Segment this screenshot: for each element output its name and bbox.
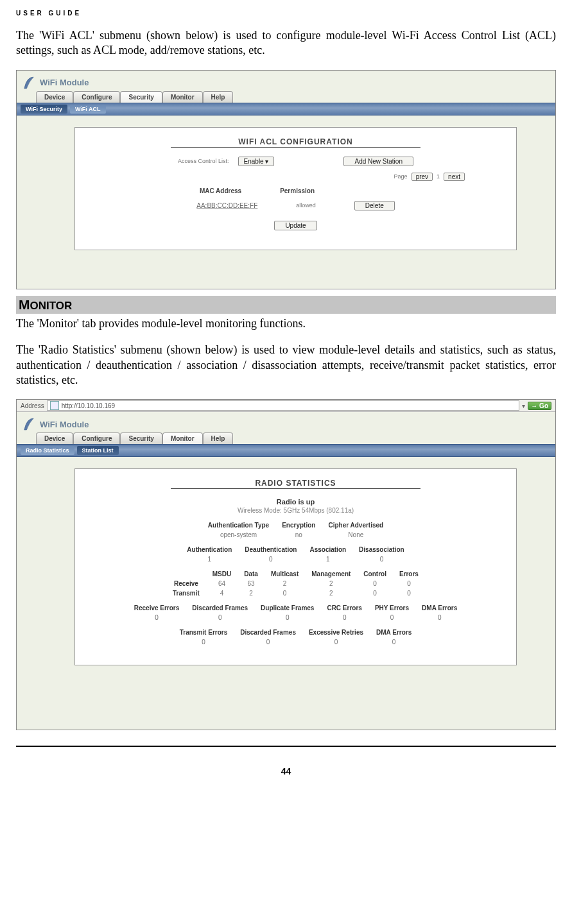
tab-device[interactable]: Device <box>36 91 73 103</box>
th-tx-err: Transmit Errors <box>173 628 234 637</box>
th-management: Management <box>305 569 357 579</box>
th-auth: Authentication <box>180 545 238 554</box>
url-text: http://10.10.10.169 <box>62 402 115 409</box>
th-multicast: Multicast <box>264 569 305 579</box>
tx-control: 0 <box>357 588 393 598</box>
page-number: 1 <box>437 173 440 180</box>
module-title: WiFi Module <box>40 78 89 87</box>
td-auth-type: open-system <box>202 530 275 540</box>
tab-security-2[interactable]: Security <box>120 432 162 444</box>
rx-errors: 0 <box>393 579 425 588</box>
prev-button[interactable]: prev <box>412 173 433 181</box>
monitor-paragraph-1: The 'Monitor' tab provides module-level … <box>16 316 556 331</box>
th-data: Data <box>238 569 264 579</box>
permission-value: allowed <box>296 202 316 209</box>
tab-monitor-2[interactable]: Monitor <box>162 432 203 444</box>
title-underline-2 <box>171 488 420 489</box>
subtab-wifi-acl[interactable]: WiFi ACL <box>70 105 106 114</box>
v-tx-disc: 0 <box>234 637 302 647</box>
footer-rule <box>16 746 556 747</box>
heading-rest: ONITOR <box>30 300 73 312</box>
tab-configure-2[interactable]: Configure <box>73 432 120 444</box>
auth-type-table: Authentication Type Encryption Cipher Ad… <box>202 520 390 540</box>
page-label: Page <box>394 173 408 180</box>
add-station-button[interactable]: Add New Station <box>343 157 413 166</box>
main-tabs: Device Configure Security Monitor Help <box>17 91 555 103</box>
th-excess-retries: Excessive Retries <box>302 628 370 637</box>
tab-help[interactable]: Help <box>203 91 234 103</box>
section-heading-monitor: MONITOR <box>16 296 556 314</box>
th-msdu: MSDU <box>206 569 238 579</box>
v-tx-dma: 0 <box>370 637 418 647</box>
subtab-station-list[interactable]: Station List <box>77 446 119 455</box>
go-button[interactable]: → Go <box>528 402 551 410</box>
v-phy-err: 0 <box>368 613 415 622</box>
tab-device-2[interactable]: Device <box>36 432 73 444</box>
page-icon <box>50 401 59 410</box>
intro-paragraph-1: The 'WiFi ACL' submenu (shown below) is … <box>16 28 556 58</box>
next-button[interactable]: next <box>444 173 465 181</box>
tx-errors: 0 <box>393 588 425 598</box>
delete-button[interactable]: Delete <box>354 201 395 210</box>
acl-select[interactable]: Enable ▾ <box>238 157 275 166</box>
rx-multicast: 2 <box>264 579 305 588</box>
tx-msdu: 4 <box>206 588 238 598</box>
v-crc-err: 0 <box>320 613 368 622</box>
tab-security[interactable]: Security <box>120 91 162 103</box>
wifi-feather-icon <box>23 417 35 431</box>
v-tx-err: 0 <box>173 637 234 647</box>
tx-mgmt: 2 <box>305 588 357 598</box>
title-underline <box>171 147 420 148</box>
tab-help-2[interactable]: Help <box>203 432 234 444</box>
th-auth-type: Authentication Type <box>202 520 275 530</box>
rx-mgmt: 2 <box>305 579 357 588</box>
radio-stats-panel: RADIO STATISTICS Radio is up Wireless Mo… <box>74 468 517 665</box>
heading-first-letter: M <box>19 297 30 312</box>
th-phy-err: PHY Errors <box>368 603 415 613</box>
col-mac: MAC Address <box>200 187 241 194</box>
subtab-radio-statistics[interactable]: Radio Statistics <box>21 446 74 455</box>
tab-monitor[interactable]: Monitor <box>162 91 203 103</box>
radio-status: Radio is up <box>88 498 503 506</box>
dropdown-icon[interactable]: ▾ <box>522 402 525 409</box>
th-control: Control <box>357 569 393 579</box>
subtab-wifi-security[interactable]: WiFi Security <box>21 105 67 114</box>
th-blank <box>166 569 206 579</box>
rxtx-table: MSDU Data Multicast Management Control E… <box>166 569 425 598</box>
tx-data: 2 <box>238 588 264 598</box>
rx-errors-table: Receive Errors Discarded Frames Duplicat… <box>128 603 464 622</box>
url-field[interactable]: http://10.10.10.169 <box>47 400 520 411</box>
th-rx-err: Receive Errors <box>128 603 186 613</box>
monitor-paragraph-2: The 'Radio Statistics' submenu (shown be… <box>16 343 556 388</box>
wireless-mode: Wireless Mode: 5GHz 54Mbps (802.11a) <box>88 507 503 514</box>
rx-data: 63 <box>238 579 264 588</box>
th-deauth: Deauthentication <box>238 545 303 554</box>
assoc-table: Authentication Deauthentication Associat… <box>180 545 410 564</box>
running-header: USER GUIDE <box>16 10 556 17</box>
td-assoc-v: 1 <box>303 554 352 564</box>
row-transmit: Transmit <box>166 588 206 598</box>
main-tabs-2: Device Configure Security Monitor Help <box>17 432 555 444</box>
wifi-feather-icon <box>23 76 35 90</box>
screenshot-radio-statistics: Address http://10.10.10.169 ▾ → Go WiFi … <box>16 399 556 730</box>
address-label: Address <box>21 402 44 409</box>
address-bar: Address http://10.10.10.169 ▾ → Go <box>17 400 555 412</box>
th-disassoc: Disassociation <box>352 545 411 554</box>
acl-panel: WIFI ACL CONFIGURATION Access Control Li… <box>74 127 517 250</box>
update-button[interactable]: Update <box>274 221 316 230</box>
th-tx-disc: Discarded Frames <box>234 628 302 637</box>
v-rx-err: 0 <box>128 613 186 622</box>
tab-configure[interactable]: Configure <box>73 91 120 103</box>
rx-msdu: 64 <box>206 579 238 588</box>
th-encryption: Encryption <box>275 520 322 530</box>
td-deauth-v: 0 <box>238 554 303 564</box>
v-disc-frames: 0 <box>186 613 254 622</box>
screenshot-wifi-acl: WiFi Module Device Configure Security Mo… <box>16 70 556 289</box>
th-assoc: Association <box>303 545 352 554</box>
col-permission: Permission <box>280 187 315 194</box>
td-encryption: no <box>275 530 322 540</box>
v-dma-err: 0 <box>415 613 464 622</box>
mac-address-link[interactable]: AA:BB:CC:DD:EE:FF <box>196 202 257 209</box>
v-excess-retries: 0 <box>302 637 370 647</box>
th-crc-err: CRC Errors <box>320 603 368 613</box>
